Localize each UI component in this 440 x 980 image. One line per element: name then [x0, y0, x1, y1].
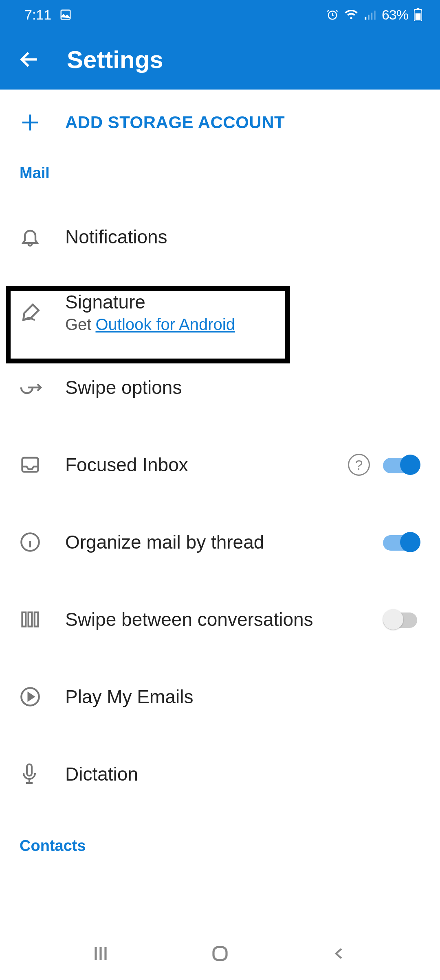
- signal-icon: [364, 9, 376, 21]
- svg-rect-15: [27, 764, 32, 776]
- dictation-row[interactable]: Dictation: [0, 739, 440, 809]
- back-button[interactable]: [16, 46, 42, 72]
- home-button[interactable]: [204, 937, 236, 970]
- status-time: 7:11: [24, 7, 51, 23]
- svg-rect-12: [29, 612, 32, 627]
- signature-row[interactable]: Signature Get Outlook for Android: [0, 271, 440, 353]
- play-icon: [20, 686, 41, 707]
- svg-rect-2: [365, 17, 366, 20]
- help-icon[interactable]: ?: [348, 454, 370, 476]
- dictation-label: Dictation: [65, 763, 420, 785]
- svg-rect-4: [371, 13, 372, 20]
- battery-icon: [414, 8, 422, 21]
- outlook-android-link[interactable]: Outlook for Android: [95, 315, 235, 334]
- svg-rect-8: [416, 13, 421, 20]
- organize-thread-toggle[interactable]: [383, 531, 420, 553]
- organize-thread-label: Organize mail by thread: [65, 531, 383, 553]
- focused-inbox-toggle[interactable]: [383, 454, 420, 476]
- columns-icon: [20, 609, 41, 630]
- add-storage-account-row[interactable]: ADD STORAGE ACCOUNT: [0, 90, 440, 148]
- page-title: Settings: [67, 46, 163, 74]
- svg-rect-7: [417, 8, 419, 9]
- swipe-options-label: Swipe options: [65, 376, 420, 398]
- signature-sub-prefix: Get: [65, 315, 91, 334]
- pen-icon: [20, 301, 42, 324]
- add-storage-account-label: ADD STORAGE ACCOUNT: [65, 113, 285, 132]
- section-header-mail: Mail: [0, 148, 440, 186]
- recents-button[interactable]: [84, 937, 117, 970]
- image-icon: [59, 9, 72, 21]
- svg-rect-5: [374, 11, 376, 20]
- swipe-conversations-row: Swipe between conversations: [0, 585, 440, 654]
- mic-icon: [20, 763, 39, 785]
- svg-rect-3: [368, 15, 370, 20]
- svg-rect-13: [35, 612, 38, 627]
- svg-rect-16: [213, 947, 227, 960]
- notifications-row[interactable]: Notifications: [0, 202, 440, 271]
- swipe-conversations-label: Swipe between conversations: [65, 608, 383, 630]
- battery-text: 63%: [382, 7, 408, 23]
- focused-inbox-label: Focused Inbox: [65, 454, 348, 476]
- section-header-contacts: Contacts: [0, 809, 440, 859]
- organize-thread-row: Organize mail by thread: [0, 508, 440, 577]
- svg-rect-11: [22, 612, 26, 627]
- settings-list: ADD STORAGE ACCOUNT Mail Notifications S…: [0, 90, 440, 859]
- play-emails-row[interactable]: Play My Emails: [0, 662, 440, 731]
- signature-label: Signature: [65, 291, 420, 313]
- notifications-label: Notifications: [65, 226, 420, 248]
- swipe-icon: [20, 379, 42, 396]
- status-bar: 7:11 63%: [0, 0, 440, 29]
- info-icon: [20, 532, 41, 553]
- app-bar: Settings: [0, 29, 440, 90]
- android-navbar: [0, 927, 440, 980]
- bell-icon: [20, 226, 41, 247]
- system-back-button[interactable]: [323, 937, 356, 970]
- wifi-icon: [344, 9, 358, 21]
- alarm-icon: [326, 9, 339, 21]
- inbox-icon: [20, 454, 41, 475]
- swipe-conversations-toggle[interactable]: [383, 608, 420, 630]
- play-emails-label: Play My Emails: [65, 686, 420, 708]
- swipe-options-row[interactable]: Swipe options: [0, 353, 440, 422]
- focused-inbox-row: Focused Inbox ?: [0, 430, 440, 499]
- plus-icon: [20, 112, 41, 133]
